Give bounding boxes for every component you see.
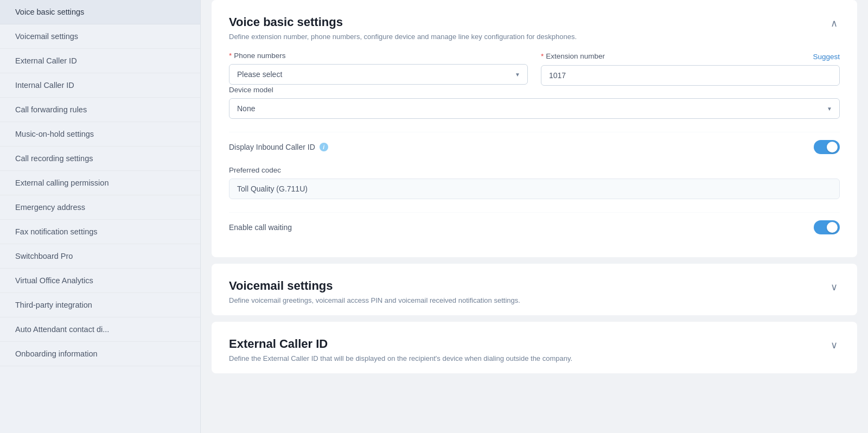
voicemail-title: Voicemail settings (229, 279, 520, 293)
suggest-link[interactable]: Suggest (813, 52, 840, 61)
call-waiting-row: Enable call waiting (229, 212, 840, 242)
external-caller-id-subtitle: Define the External Caller ID that will … (229, 354, 572, 362)
sidebar-item-virtual-office[interactable]: Virtual Office Analytics (0, 269, 200, 293)
call-waiting-toggle[interactable] (814, 220, 840, 234)
extension-number-input[interactable] (541, 65, 840, 86)
phone-numbers-label: *Phone numbers (229, 52, 528, 60)
voicemail-header: Voicemail settings Define voicemail gree… (212, 264, 857, 315)
call-waiting-label-group: Enable call waiting (229, 223, 292, 232)
voicemail-subtitle: Define voicemail greetings, voicemail ac… (229, 296, 520, 304)
voice-basic-subtitle: Define extension number, phone numbers, … (229, 33, 577, 41)
device-model-select-wrapper: None (229, 98, 840, 119)
external-caller-id-section: External Caller ID Define the External C… (212, 322, 857, 373)
voice-basic-collapse-icon[interactable]: ∧ (828, 15, 840, 31)
display-inbound-label: Display Inbound Caller ID (229, 143, 315, 151)
phone-extension-row: *Phone numbers Please select *Extension … (229, 52, 840, 86)
voice-basic-title: Voice basic settings (229, 15, 577, 29)
sidebar-item-third-party[interactable]: Third-party integration (0, 293, 200, 317)
device-model-group: Device model None (229, 86, 840, 119)
display-inbound-info-icon[interactable]: i (320, 143, 328, 151)
sidebar-item-onboarding[interactable]: Onboarding information (0, 342, 200, 366)
voicemail-header-text: Voicemail settings Define voicemail gree… (229, 279, 520, 304)
sidebar-item-emergency-address[interactable]: Emergency address (0, 195, 200, 220)
voicemail-section: Voicemail settings Define voicemail gree… (212, 264, 857, 315)
call-waiting-label: Enable call waiting (229, 223, 292, 232)
sidebar-item-switchboard-pro[interactable]: Switchboard Pro (0, 244, 200, 269)
external-caller-id-header: External Caller ID Define the External C… (212, 322, 857, 373)
voice-basic-header: Voice basic settings Define extension nu… (212, 0, 857, 52)
device-model-label: Device model (229, 86, 840, 94)
display-inbound-label-group: Display Inbound Caller ID i (229, 143, 328, 151)
voice-basic-section: Voice basic settings Define extension nu… (212, 0, 857, 257)
voice-basic-body: *Phone numbers Please select *Extension … (212, 52, 857, 257)
extension-number-label: *Extension number (541, 52, 605, 60)
sidebar-item-external-calling[interactable]: External calling permission (0, 171, 200, 195)
sidebar-item-music-on-hold[interactable]: Music-on-hold settings (0, 122, 200, 147)
phone-numbers-select-wrapper: Please select (229, 64, 528, 85)
device-model-select[interactable]: None (229, 98, 840, 119)
main-content: Voice basic settings Define extension nu… (201, 0, 868, 433)
sidebar: Voice basic settings Voicemail settings … (0, 0, 201, 433)
sidebar-item-fax-notification[interactable]: Fax notification settings (0, 220, 200, 244)
phone-numbers-select[interactable]: Please select (229, 64, 528, 85)
sidebar-item-call-forwarding[interactable]: Call forwarding rules (0, 98, 200, 122)
extension-header: *Extension number Suggest (541, 52, 840, 61)
extension-number-group: *Extension number Suggest (541, 52, 840, 86)
voicemail-expand-icon[interactable]: ∨ (828, 279, 840, 295)
phone-numbers-group: *Phone numbers Please select (229, 52, 528, 86)
sidebar-item-call-recording[interactable]: Call recording settings (0, 147, 200, 171)
sidebar-item-internal-caller-id[interactable]: Internal Caller ID (0, 73, 200, 98)
voice-basic-header-text: Voice basic settings Define extension nu… (229, 15, 577, 41)
preferred-codec-input[interactable] (229, 179, 840, 199)
sidebar-item-voice-basic[interactable]: Voice basic settings (0, 0, 200, 24)
external-caller-id-header-text: External Caller ID Define the External C… (229, 337, 572, 362)
preferred-codec-label: Preferred codec (229, 166, 840, 174)
sidebar-item-auto-attendant[interactable]: Auto Attendant contact di... (0, 317, 200, 342)
preferred-codec-group: Preferred codec (229, 166, 840, 199)
sidebar-item-external-caller-id[interactable]: External Caller ID (0, 49, 200, 73)
sidebar-item-voicemail[interactable]: Voicemail settings (0, 24, 200, 49)
display-inbound-toggle[interactable] (814, 140, 840, 154)
display-inbound-row: Display Inbound Caller ID i (229, 132, 840, 162)
external-caller-id-expand-icon[interactable]: ∨ (828, 337, 840, 353)
external-caller-id-title: External Caller ID (229, 337, 572, 351)
